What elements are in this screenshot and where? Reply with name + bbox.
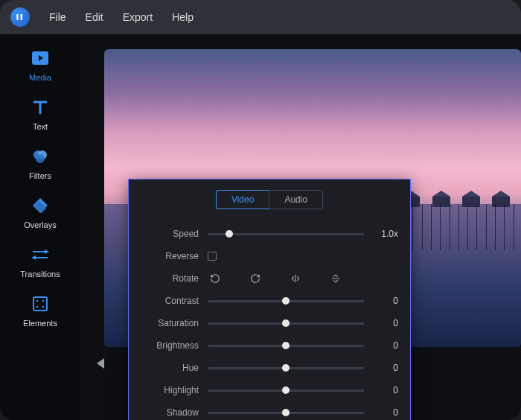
text-icon <box>30 97 51 118</box>
saturation-value: 0 <box>373 318 398 328</box>
highlight-label: Highlight <box>141 385 199 395</box>
sidebar-item-label: Overlays <box>24 220 56 229</box>
menu-edit[interactable]: Edit <box>81 8 108 26</box>
row-saturation: Saturation0 <box>141 312 398 334</box>
speed-label: Speed <box>141 229 199 239</box>
speed-slider[interactable] <box>208 233 364 235</box>
sidebar-item-text[interactable]: Text <box>10 97 70 131</box>
slider-thumb[interactable] <box>282 386 290 394</box>
flip-horizontal-icon[interactable] <box>288 271 303 286</box>
sidebar-item-filters[interactable]: Filters <box>10 146 70 180</box>
svg-point-17 <box>42 306 45 308</box>
hue-label: Hue <box>141 363 199 373</box>
row-highlight: Highlight0 <box>141 379 398 401</box>
speed-value: 1.0x <box>373 229 398 239</box>
sidebar-item-label: Media <box>29 73 51 82</box>
slider-thumb[interactable] <box>282 319 290 327</box>
row-contrast: Contrast0 <box>141 290 398 312</box>
row-brightness: Brightness0 <box>141 334 398 357</box>
sidebar-item-label: Text <box>33 122 48 131</box>
rotate-label: Rotate <box>141 273 199 284</box>
slider-thumb[interactable] <box>282 342 290 349</box>
row-shadow: Shadow0 <box>141 401 398 420</box>
sidebar-item-label: Transitions <box>20 270 60 279</box>
svg-point-15 <box>42 300 45 302</box>
saturation-slider[interactable] <box>208 322 364 325</box>
brightness-value: 0 <box>373 340 398 351</box>
svg-marker-12 <box>31 255 36 260</box>
svg-rect-1 <box>21 14 22 20</box>
properties-panel: Video Audio Speed 1.0x Reverse <box>128 179 411 420</box>
prev-frame-icon[interactable] <box>97 358 104 369</box>
sidebar-item-label: Elements <box>23 319 57 328</box>
row-reverse: Reverse <box>141 245 398 267</box>
slider-thumb[interactable] <box>282 364 290 372</box>
reverse-label: Reverse <box>141 251 199 261</box>
panel-tabs: Video Audio <box>141 190 398 209</box>
slider-thumb[interactable] <box>282 409 290 416</box>
reverse-checkbox[interactable] <box>208 252 217 261</box>
overlays-icon <box>30 195 51 216</box>
row-speed: Speed 1.0x <box>141 223 398 245</box>
tab-audio[interactable]: Audio <box>269 190 323 209</box>
shadow-label: Shadow <box>141 407 199 418</box>
app-window: File Edit Export Help <box>0 0 521 420</box>
menu-export[interactable]: Export <box>118 8 157 26</box>
sidebar-item-elements[interactable]: Elements <box>10 293 70 328</box>
sidebar-item-media[interactable]: Media <box>10 48 70 82</box>
highlight-slider[interactable] <box>208 389 364 392</box>
contrast-value: 0 <box>373 296 398 306</box>
svg-rect-0 <box>16 14 18 20</box>
slider-thumb[interactable] <box>282 297 290 305</box>
saturation-label: Saturation <box>141 318 199 328</box>
contrast-slider[interactable] <box>208 300 364 302</box>
filters-icon <box>30 146 51 167</box>
contrast-label: Contrast <box>141 296 199 306</box>
brightness-label: Brightness <box>141 340 199 351</box>
menu-help[interactable]: Help <box>167 8 198 26</box>
sidebar: Media Text Filters Overlays <box>0 34 80 420</box>
app-logo-icon <box>10 7 30 27</box>
sidebar-item-label: Filters <box>29 171 51 180</box>
svg-marker-10 <box>45 249 49 254</box>
workspace: Media Text Filters Overlays <box>0 34 521 420</box>
svg-point-16 <box>36 306 39 308</box>
svg-point-6 <box>36 154 45 163</box>
svg-point-14 <box>36 300 39 302</box>
slider-thumb[interactable] <box>226 230 233 238</box>
hue-slider[interactable] <box>208 367 364 369</box>
sidebar-item-transitions[interactable]: Transitions <box>10 244 70 279</box>
hue-value: 0 <box>373 363 398 373</box>
shadow-value: 0 <box>373 407 398 418</box>
menubar: File Edit Export Help <box>0 0 521 34</box>
row-hue: Hue0 <box>141 357 398 379</box>
highlight-value: 0 <box>373 385 398 395</box>
shadow-slider[interactable] <box>208 412 364 414</box>
sidebar-item-overlays[interactable]: Overlays <box>10 195 70 229</box>
tab-video[interactable]: Video <box>216 190 269 209</box>
media-icon <box>30 48 51 69</box>
brightness-slider[interactable] <box>208 345 364 347</box>
flip-vertical-icon[interactable] <box>328 271 343 286</box>
row-rotate: Rotate <box>141 267 398 290</box>
rotate-cw-icon[interactable] <box>248 271 263 286</box>
rotate-ccw-icon[interactable] <box>208 271 223 286</box>
svg-rect-13 <box>33 297 47 311</box>
menu-file[interactable]: File <box>45 8 71 26</box>
transitions-icon <box>30 244 51 265</box>
elements-icon <box>30 293 51 314</box>
